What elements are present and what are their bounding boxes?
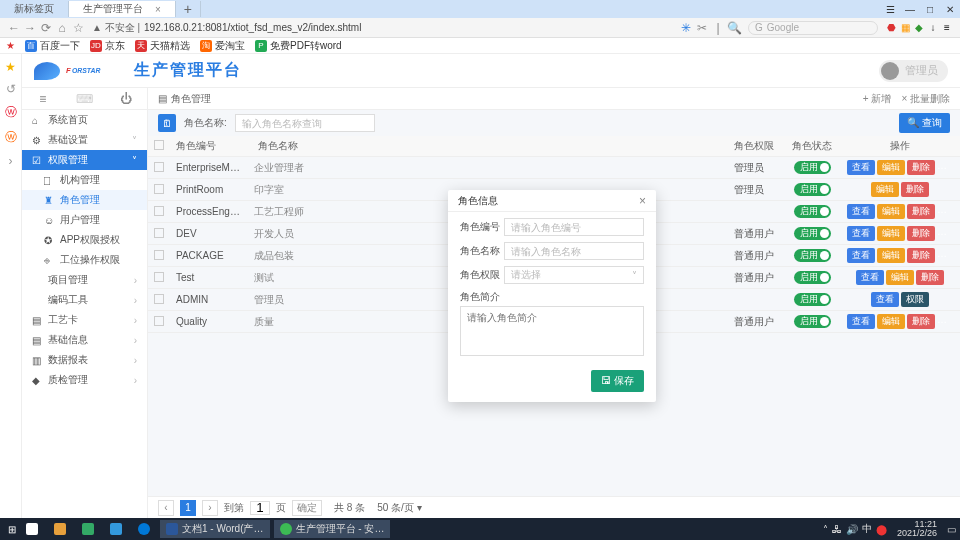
forward-icon[interactable]: → [22, 21, 38, 35]
row-checkbox[interactable] [154, 228, 164, 238]
action-pill[interactable]: 删除 [907, 160, 935, 175]
close-icon[interactable]: × [155, 4, 161, 15]
search-button[interactable]: 🔍 查询 [899, 113, 950, 133]
reload-icon[interactable]: ⟳ [38, 21, 54, 35]
action-pill[interactable]: 编辑 [871, 182, 899, 197]
translate-icon[interactable]: ✳ [678, 21, 694, 35]
home-icon[interactable]: ⌂ [54, 21, 70, 35]
action-pill[interactable]: 查看 [871, 292, 899, 307]
row-checkbox[interactable] [154, 162, 164, 172]
bookmark-3[interactable]: 淘爱淘宝 [200, 39, 245, 53]
sidebar-sub-2-0[interactable]: ⎕机构管理 [22, 170, 147, 190]
status-switch[interactable]: 启用 [794, 205, 831, 218]
col-name[interactable]: 角色名称 [252, 136, 728, 157]
action-pill[interactable]: 编辑 [877, 314, 905, 329]
tray-ime[interactable]: 中 [862, 522, 872, 536]
sidebar-item-1[interactable]: ⚙基础设置˅ [22, 130, 147, 150]
row-checkbox[interactable] [154, 316, 164, 326]
task-pin2[interactable] [104, 520, 128, 538]
arrow-icon[interactable]: › [9, 154, 13, 168]
action-pill[interactable]: 查看 [847, 314, 875, 329]
tray-net-icon[interactable]: 🖧 [832, 524, 842, 535]
action-pill[interactable]: 查看 [847, 226, 875, 241]
tab-app[interactable]: 生产管理平台 × [69, 1, 176, 17]
tray-vol-icon[interactable]: 🔊 [846, 524, 858, 535]
col-perm[interactable]: 角色权限 [728, 136, 784, 157]
tab-blank[interactable]: 新标签页 [0, 1, 69, 17]
status-switch[interactable]: 启用 [794, 271, 831, 284]
user-chip[interactable]: 管理员 [879, 60, 948, 82]
action-pill[interactable]: 删除 [907, 204, 935, 219]
field-name-input[interactable] [511, 246, 637, 257]
sidebar-item-4[interactable]: 编码工具› [22, 290, 147, 310]
sidebar-item-2[interactable]: ☑权限管理˅ [22, 150, 147, 170]
row-checkbox[interactable] [154, 272, 164, 282]
menu-icon[interactable]: ☰ [880, 4, 900, 15]
action-pill[interactable]: 查看 [856, 270, 884, 285]
task-pin1[interactable] [76, 520, 100, 538]
action-pill[interactable]: 编辑 [877, 160, 905, 175]
row-checkbox[interactable] [154, 250, 164, 260]
download-icon[interactable]: ↓ [926, 22, 940, 33]
sidebar-item-0[interactable]: ⌂系统首页 [22, 110, 147, 130]
checkbox-header[interactable] [148, 136, 170, 157]
sidebar-item-7[interactable]: ▥数据报表› [22, 350, 147, 370]
page-next[interactable]: › [202, 500, 218, 516]
action-pill[interactable]: 删除 [907, 314, 935, 329]
field-code-input[interactable] [511, 222, 637, 233]
tray-up-icon[interactable]: ˄ [823, 524, 828, 535]
tray-flag-icon[interactable]: ⬤ [876, 524, 887, 535]
action-pill[interactable]: 编辑 [886, 270, 914, 285]
sidebar-sub-2-3[interactable]: ✪APP权限授权 [22, 230, 147, 250]
task-explorer[interactable] [48, 520, 72, 538]
action-pill[interactable]: 权限 [901, 292, 929, 307]
col-status[interactable]: 角色状态 [784, 136, 840, 157]
page-input[interactable] [250, 501, 270, 515]
row-checkbox[interactable] [154, 184, 164, 194]
weibo-icon[interactable]: ⓦ [5, 104, 17, 121]
add-button[interactable]: + 新增 [863, 92, 892, 106]
status-switch[interactable]: 启用 [794, 161, 831, 174]
bookmark-star-icon[interactable]: ★ [6, 40, 15, 51]
page-go[interactable]: 确定 [292, 500, 322, 516]
action-pill[interactable]: 删除 [907, 226, 935, 241]
tray-clock[interactable]: 11:21 2021/2/26 [891, 520, 943, 538]
task-search[interactable] [20, 520, 44, 538]
ext2-icon[interactable]: ▦ [898, 22, 912, 33]
more-icon[interactable]: ≡ [940, 22, 954, 33]
start-icon[interactable]: ⊞ [4, 524, 20, 535]
action-pill[interactable]: 删除 [916, 270, 944, 285]
sidebar-sub-2-4[interactable]: ⎆工位操作权限 [22, 250, 147, 270]
status-switch[interactable]: 启用 [794, 249, 831, 262]
sidebar-mode2-icon[interactable]: ⌨ [64, 92, 106, 106]
bookmark-1[interactable]: JD京东 [90, 39, 125, 53]
fav-icon[interactable]: ★ [5, 60, 16, 74]
task-edge[interactable] [132, 520, 156, 538]
page-1[interactable]: 1 [180, 500, 196, 516]
action-pill[interactable]: 查看 [847, 248, 875, 263]
status-switch[interactable]: 启用 [794, 183, 831, 196]
sidebar-item-5[interactable]: ▤工艺卡› [22, 310, 147, 330]
new-tab-button[interactable]: + [176, 1, 201, 17]
maximize-icon[interactable]: □ [920, 4, 940, 15]
back-icon[interactable]: ← [6, 21, 22, 35]
task-word[interactable]: 文档1 - Word(产… [160, 520, 270, 538]
task-chrome[interactable]: 生产管理平台 - 安… [274, 520, 391, 538]
status-switch[interactable]: 启用 [794, 315, 831, 328]
omni-search[interactable]: GGoogle [748, 21, 878, 35]
search-icon[interactable]: 🔍 [726, 21, 742, 35]
action-pill[interactable]: 编辑 [877, 248, 905, 263]
col-code[interactable]: 角色编号 [170, 136, 252, 157]
field-intro-textarea[interactable] [460, 306, 644, 356]
weibo2-icon[interactable]: ⓦ [5, 129, 17, 146]
row-checkbox[interactable] [154, 206, 164, 216]
tray-notify-icon[interactable]: ▭ [947, 524, 956, 535]
action-pill[interactable]: 查看 [847, 160, 875, 175]
sidebar-collapse-icon[interactable]: ≡ [22, 92, 64, 106]
url-box[interactable]: ▲ 不安全 | 192.168.0.21:8081/xtiot_fsd_mes_… [92, 21, 672, 35]
save-button[interactable]: 🖫 保存 [591, 370, 644, 392]
ext3-icon[interactable]: ◆ [912, 22, 926, 33]
clip-icon[interactable]: ✂ [694, 21, 710, 35]
field-perm-select[interactable]: 请选择˅ [504, 266, 644, 284]
modal-close-icon[interactable]: × [639, 194, 646, 208]
